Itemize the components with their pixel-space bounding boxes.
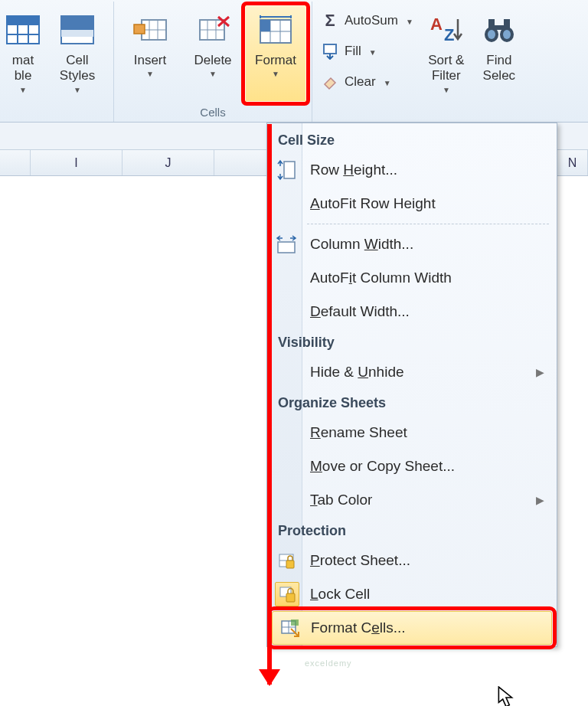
section-protection: Protection [269, 517, 555, 544]
section-organize: Organize Sheets [269, 389, 555, 416]
insert-button[interactable]: Insert ▼ [119, 5, 181, 103]
chevron-down-icon: ▼ [74, 86, 81, 95]
ribbon-group-editing: Σ AutoSum ▼ Fill ▼ Clear ▼ [312, 2, 527, 122]
fill-down-icon [320, 41, 340, 61]
svg-text:A: A [430, 15, 443, 34]
sigma-icon: Σ [320, 11, 340, 31]
lock-cell-icon [275, 582, 299, 606]
menu-column-width[interactable]: Column Width... [269, 227, 555, 261]
find-select-button[interactable]: Find Selec [476, 5, 522, 103]
svg-rect-6 [61, 16, 93, 30]
chevron-down-icon: ▼ [406, 18, 413, 26]
section-visibility: Visibility [269, 328, 555, 355]
menu-item-label: Tab Color [310, 492, 372, 508]
format-cells-icon [257, 11, 294, 48]
svg-rect-7 [61, 30, 93, 37]
menu-item-label: Move or Copy Sheet... [310, 458, 455, 475]
format-label: Format [255, 53, 296, 68]
ribbon: mat ble ▼ Cell Styles ▼ Insert ▼ [0, 0, 588, 123]
insert-cells-icon [132, 11, 168, 48]
svg-rect-33 [278, 242, 295, 253]
menu-item-label: Lock Cell [310, 586, 370, 603]
menu-item-label: Format Cells... [311, 619, 406, 636]
sort-filter-label: Sort & Filter [428, 53, 464, 84]
chevron-down-icon: ▼ [272, 70, 279, 79]
autosum-button[interactable]: Σ AutoSum ▼ [320, 8, 413, 34]
fill-label: Fill [345, 44, 361, 59]
clear-button[interactable]: Clear ▼ [320, 69, 413, 95]
menu-item-label: AutoFit Row Height [310, 195, 436, 212]
svg-rect-1 [7, 16, 39, 25]
menu-lock-cell[interactable]: Lock Cell [269, 577, 555, 611]
menu-item-label: Protect Sheet... [310, 552, 410, 569]
submenu-arrow-icon: ▶ [536, 494, 544, 506]
sort-filter-icon: AZ [428, 11, 465, 48]
menu-rename-sheet[interactable]: Rename Sheet [269, 416, 555, 449]
menu-autofit-column[interactable]: AutoFit Column Width [269, 261, 555, 295]
col-header-J[interactable]: J [122, 150, 214, 175]
sort-filter-button[interactable]: AZ Sort & Filter ▼ [416, 5, 476, 103]
format-cells-dialog-icon [279, 616, 302, 639]
menu-move-copy[interactable]: Move or Copy Sheet... [269, 449, 555, 483]
svg-rect-31 [495, 25, 504, 30]
cells-group-label: Cells [114, 106, 312, 119]
annotation-arrow [267, 124, 272, 685]
section-cell-size: Cell Size [269, 126, 555, 153]
svg-rect-12 [134, 25, 145, 34]
menu-autofit-row[interactable]: AutoFit Row Height [269, 187, 555, 221]
chevron-down-icon: ▼ [384, 79, 391, 87]
delete-cells-icon [194, 11, 231, 48]
svg-rect-21 [260, 20, 270, 31]
protect-sheet-icon [275, 549, 298, 572]
svg-point-28 [503, 30, 511, 39]
format-button[interactable]: Format ▼ [244, 5, 307, 103]
menu-row-height[interactable]: Row Height... [269, 153, 555, 187]
watermark: exceldemy [305, 659, 352, 668]
chevron-down-icon: ▼ [369, 48, 377, 57]
format-table-label: mat ble [12, 53, 34, 84]
menu-item-label: Hide & Unhide [310, 364, 404, 381]
chevron-down-icon: ▼ [19, 86, 27, 95]
svg-rect-32 [284, 162, 295, 178]
cell-styles-label: Cell Styles [60, 53, 95, 84]
delete-label: Delete [194, 53, 231, 68]
menu-separator [307, 224, 549, 224]
svg-point-27 [488, 30, 495, 39]
delete-button[interactable]: Delete ▼ [181, 5, 244, 103]
col-header-N[interactable]: N [557, 150, 588, 175]
eraser-icon [320, 72, 340, 92]
binoculars-icon [481, 11, 518, 48]
menu-format-cells[interactable]: Format Cells... [272, 611, 552, 645]
ribbon-group-styles: mat ble ▼ Cell Styles ▼ [0, 2, 114, 122]
menu-item-label: Row Height... [310, 162, 397, 178]
svg-rect-36 [286, 561, 294, 568]
svg-text:Z: Z [444, 25, 454, 44]
clear-label: Clear [345, 74, 376, 90]
menu-tab-color[interactable]: Tab Color ▶ [269, 483, 555, 517]
cell-styles-button[interactable]: Cell Styles ▼ [46, 5, 109, 103]
submenu-arrow-icon: ▶ [536, 366, 544, 378]
menu-item-label: AutoFit Column Width [310, 270, 452, 286]
menu-item-label: Default Width... [310, 303, 410, 320]
mouse-cursor [498, 686, 514, 706]
insert-label: Insert [134, 53, 167, 68]
ribbon-group-cells: Insert ▼ Delete ▼ Format ▼ Cells [114, 2, 312, 122]
column-width-icon [275, 233, 298, 256]
fill-button[interactable]: Fill ▼ [320, 38, 413, 64]
svg-rect-30 [504, 19, 510, 30]
menu-default-width[interactable]: Default Width... [269, 295, 555, 328]
col-header-blank[interactable] [0, 150, 31, 175]
chevron-down-icon: ▼ [209, 70, 217, 79]
format-table-icon [5, 11, 41, 48]
svg-rect-29 [488, 19, 495, 30]
row-height-icon [275, 159, 298, 181]
col-header-I[interactable]: I [31, 150, 122, 175]
autosum-label: AutoSum [345, 13, 398, 28]
menu-protect-sheet[interactable]: Protect Sheet... [269, 544, 555, 577]
format-dropdown-menu: Cell Size Row Height... AutoFit Row Heig… [266, 123, 557, 647]
menu-item-label: Rename Sheet [310, 424, 407, 441]
format-as-table-button[interactable]: mat ble ▼ [0, 5, 46, 103]
menu-hide-unhide[interactable]: Hide & Unhide ▶ [269, 355, 555, 389]
cell-styles-icon [59, 11, 96, 48]
menu-item-label: Column Width... [310, 236, 413, 253]
